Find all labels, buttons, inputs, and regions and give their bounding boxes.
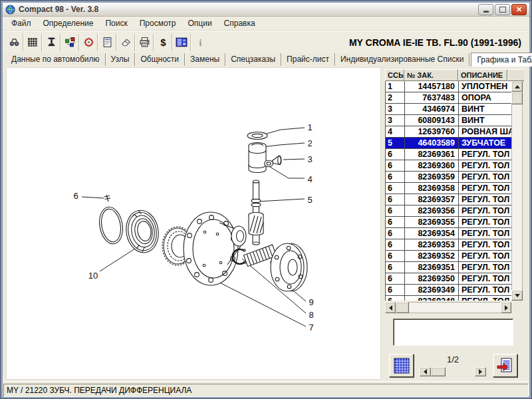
page-prev-button[interactable] — [420, 367, 431, 376]
document-button[interactable] — [98, 34, 116, 51]
table-row[interactable]: 412639760РОВНАЯ ША — [386, 126, 512, 138]
menu-item-view[interactable]: Просмотр — [134, 17, 182, 29]
table-row[interactable]: 682369358РЕГУЛ. ТОЛ — [386, 183, 512, 194]
table-row[interactable]: 546403589ЗУБЧАТОЕ — [386, 138, 512, 149]
table-row[interactable]: 682369361РЕГУЛ. ТОЛ — [386, 149, 512, 160]
table-scroll-right-button[interactable] — [501, 302, 511, 313]
table-row[interactable]: 682369360РЕГУЛ. ТОЛ — [386, 160, 512, 172]
part-number-cell: 46403589 — [405, 138, 459, 148]
refresh-button[interactable] — [61, 34, 79, 51]
menu-bar: ФайлОпределениеПоискПросмотрОпцииСправка — [3, 17, 529, 31]
tab-units[interactable]: Узлы — [106, 53, 136, 66]
part-5-drawing — [249, 180, 263, 245]
part-ref-cell: 3 — [386, 115, 405, 126]
part-number-cell: 82369355 — [405, 217, 459, 227]
part-number-cell: 82369352 — [405, 251, 459, 261]
maximize-button[interactable] — [495, 4, 510, 15]
close-button[interactable]: ✕ — [511, 4, 527, 15]
table-row[interactable]: 682369354РЕГУЛ. ТОЛ — [386, 228, 512, 239]
table-scroll-left-button[interactable] — [385, 302, 396, 313]
table-row[interactable]: 682369356РЕГУЛ. ТОЛ — [386, 205, 512, 217]
tab-graphics-tables[interactable]: Графика и Таблицы — [471, 53, 532, 66]
part-number-cell: 14457180 — [405, 81, 459, 92]
table-row[interactable]: 682369352РЕГУЛ. ТОЛ — [386, 251, 512, 262]
part-10-drawing — [123, 207, 162, 255]
tab-vehicle-data[interactable]: Данные по автомобилю — [6, 53, 106, 66]
info-button[interactable]: i — [192, 34, 209, 51]
parts-search-button[interactable] — [5, 34, 23, 51]
table-row[interactable]: 682369350РЕГУЛ. ТОЛ — [386, 273, 512, 285]
part-description-cell: РЕГУЛ. ТОЛ — [459, 262, 512, 273]
units-button[interactable] — [43, 34, 61, 51]
table-vscrollbar-thumb[interactable] — [511, 92, 523, 104]
table-row[interactable]: 682369351РЕГУЛ. ТОЛ — [386, 262, 512, 273]
column-header-ref[interactable]: ССЫ. — [385, 69, 404, 81]
table-view-button[interactable] — [389, 354, 414, 377]
column-header-description[interactable]: ОПИСАНИЕ — [458, 69, 507, 81]
table-row[interactable]: 360809143ВИНТ — [386, 115, 512, 126]
table-row[interactable]: 682369349РЕГУЛ. ТОЛ — [386, 285, 512, 296]
part-description-cell: РЕГУЛ. ТОЛ — [459, 251, 512, 261]
menu-item-search[interactable]: Поиск — [99, 17, 133, 29]
table-hscrollbar-thumb[interactable] — [396, 302, 409, 313]
svg-text:$: $ — [160, 37, 166, 48]
menu-item-help[interactable]: Справка — [218, 17, 261, 29]
target-icon — [83, 37, 94, 48]
part-3-drawing — [272, 156, 281, 164]
column-header-number[interactable]: № ЗАК. — [404, 69, 458, 81]
table-row[interactable]: 682369348РЕГУЛ. ТОЛ — [386, 296, 512, 301]
column-header-spacer — [507, 69, 524, 81]
table-row[interactable]: 682369357РЕГУЛ. ТОЛ — [386, 194, 512, 205]
tab-commonalities[interactable]: Общности — [135, 53, 185, 66]
part-number-cell: 60809143 — [405, 115, 459, 126]
notes-box[interactable] — [393, 319, 513, 346]
diagram-callout-4: 4 — [307, 174, 312, 184]
diagram-callout-9: 9 — [309, 297, 313, 307]
tab-custom-lists[interactable]: Индивидуализированные Списки — [335, 53, 469, 66]
table-scroll-up-button[interactable] — [511, 81, 523, 92]
parts-table: ССЫ. № ЗАК. ОПИСАНИЕ — [385, 69, 524, 81]
part-ref-cell: 6 — [386, 149, 405, 160]
table-row[interactable]: 682369355РЕГУЛ. ТОЛ — [386, 217, 512, 228]
tab-replacements[interactable]: Замены — [185, 53, 225, 66]
color-cycle-icon — [65, 37, 76, 48]
table-row[interactable]: 682369359РЕГУЛ. ТОЛ — [386, 172, 512, 183]
graphics-tables-button[interactable] — [173, 34, 191, 51]
tab-special-orders[interactable]: Спецзаказы — [225, 53, 281, 66]
erase-button[interactable] — [117, 34, 135, 51]
menu-item-file[interactable]: Файл — [5, 17, 37, 29]
menu-item-definition[interactable]: Определение — [37, 17, 100, 29]
page-slider-thumb[interactable] — [431, 367, 446, 376]
part-description-cell: ОПОРА — [459, 92, 512, 103]
price-button[interactable]: $ — [154, 34, 172, 51]
grid-view-button[interactable] — [24, 34, 42, 51]
target-button[interactable] — [80, 34, 98, 51]
menu-item-options[interactable]: Опции — [182, 17, 217, 29]
table-row[interactable]: 27637483ОПОРА — [386, 92, 512, 104]
table-vscrollbar-track[interactable] — [511, 81, 523, 301]
svg-text:i: i — [199, 38, 201, 48]
part-number-cell: 7637483 — [405, 92, 459, 103]
table-row[interactable]: 114457180УПЛОТНЕН — [386, 81, 512, 92]
diagram-callout-10: 10 — [88, 271, 98, 281]
eraser-icon — [120, 37, 132, 48]
minimize-button[interactable] — [478, 4, 493, 15]
page-prev-icon — [424, 369, 427, 374]
part-1-drawing — [247, 132, 267, 140]
export-document-button[interactable] — [493, 354, 517, 377]
part-9-drawing — [243, 243, 307, 291]
part-ref-cell: 6 — [386, 296, 405, 301]
table-scroll-down-button[interactable] — [511, 290, 523, 301]
print-button[interactable] — [136, 34, 154, 51]
part-ref-cell: 6 — [386, 251, 405, 261]
scroll-down-icon — [515, 294, 520, 297]
table-row[interactable]: 682369353РЕГУЛ. ТОЛ — [386, 239, 512, 251]
blue-grid-icon — [394, 358, 410, 374]
part-description-cell: РЕГУЛ. ТОЛ — [459, 172, 512, 182]
tab-price-list[interactable]: Прайс-лист — [281, 53, 335, 66]
part-description-cell: ЗУБЧАТОЕ — [459, 138, 512, 148]
page-next-button[interactable] — [475, 367, 486, 376]
table-row[interactable]: 34346974ВИНТ — [386, 104, 512, 115]
part-description-cell: РЕГУЛ. ТОЛ — [459, 273, 512, 284]
clamp-icon — [46, 37, 57, 48]
